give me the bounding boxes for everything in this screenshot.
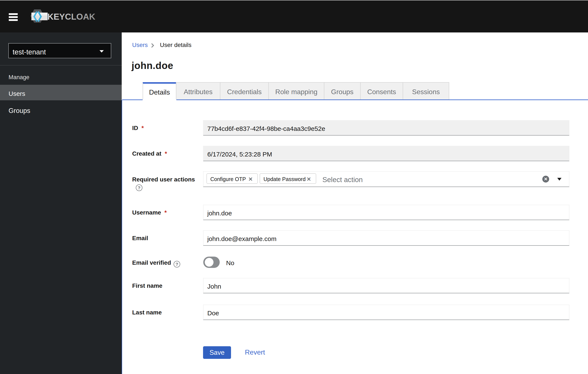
svg-text:KEYCLOAK: KEYCLOAK <box>47 12 95 21</box>
